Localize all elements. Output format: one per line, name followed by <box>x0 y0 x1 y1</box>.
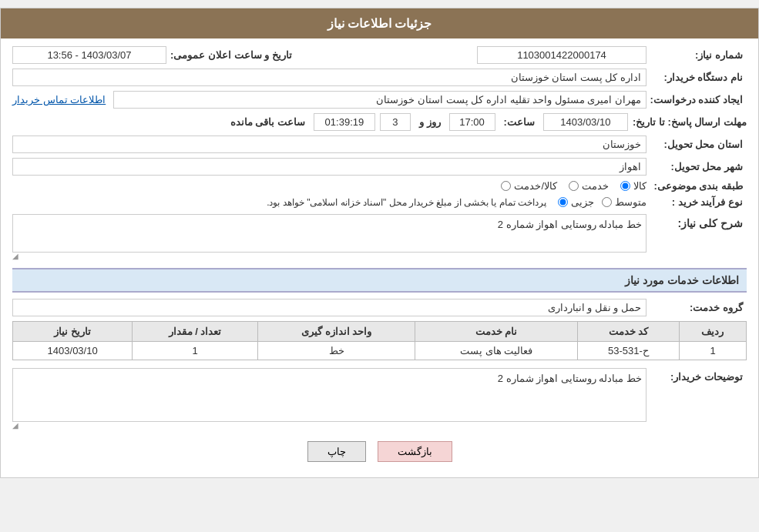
table-header-code: کد خدمت <box>577 322 679 342</box>
page-title: جزئیات اطلاعات نیاز <box>1 8 758 38</box>
deadline-days-label: روز و <box>419 116 441 128</box>
buyer-desc-value: خط مبادله روستایی اهواز شماره 2 <box>12 368 646 422</box>
deadline-time-label: ساعت: <box>504 116 535 128</box>
buyer-desc-label: توضیحات خریدار: <box>646 368 747 383</box>
category-options: کالا/خدمت خدمت کالا <box>501 180 646 192</box>
table-header-unit: واحد اندازه گیری <box>257 322 415 342</box>
table-header-date: تاریخ نیاز <box>13 322 133 342</box>
category-option-goods[interactable]: کالا <box>620 180 646 192</box>
need-number-value: 1103001422000174 <box>477 46 646 64</box>
deadline-label: مهلت ارسال پاسخ: تا تاریخ: <box>633 116 747 128</box>
deadline-days: 3 <box>380 113 411 131</box>
contact-link[interactable]: اطلاعات تماس خریدار <box>12 94 106 105</box>
buyer-resize-handle: ◢ <box>12 422 18 430</box>
purchase-option-medium[interactable]: جزیی <box>558 196 594 208</box>
date-announce-value: 1403/03/07 - 13:56 <box>12 46 166 64</box>
table-cell-unit: خط <box>257 342 415 360</box>
button-row: بازگشت چاپ <box>12 441 747 462</box>
org-name-value: اداره کل پست استان خوزستان <box>12 69 646 86</box>
category-goods-only-radio[interactable] <box>620 181 630 191</box>
province-label: استان محل تحویل: <box>646 139 747 150</box>
purchase-partial-label: متوسط <box>615 196 646 208</box>
purchase-note: پرداخت تمام یا بخشی از مبلغ خریدار محل "… <box>267 197 546 208</box>
category-service-radio[interactable] <box>501 181 511 191</box>
category-goods-service-label: خدمت <box>582 180 609 192</box>
category-option-goods-service[interactable]: خدمت <box>569 180 609 192</box>
creator-value: مهران امیری مسئول واحد تقلیه اداره کل پس… <box>113 91 646 109</box>
table-cell-row: 1 <box>679 342 746 360</box>
table-cell-qty: 1 <box>133 342 257 360</box>
date-announce-label: تاریخ و ساعت اعلان عمومی: <box>170 49 292 61</box>
table-row: 1 ح-531-53 فعالیت های پست خط 1 1403/03/1… <box>13 342 747 360</box>
table-cell-date: 1403/03/10 <box>13 342 133 360</box>
purchase-option-partial[interactable]: متوسط <box>602 196 646 208</box>
category-goods-radio[interactable] <box>569 181 579 191</box>
deadline-remaining: 01:39:19 <box>314 113 375 131</box>
category-label: طبقه بندی موضوعی: <box>646 180 747 192</box>
purchase-medium-label: جزیی <box>571 196 594 208</box>
purchase-partial-radio[interactable] <box>602 197 612 207</box>
need-desc-label: شرح کلی نیاز: <box>646 214 747 229</box>
city-label: شهر محل تحویل: <box>646 161 747 172</box>
org-name-label: نام دستگاه خریدار: <box>646 72 747 83</box>
need-number-label: شماره نیاز: <box>646 49 747 61</box>
service-group-value: حمل و نقل و انبارداری <box>12 299 646 316</box>
deadline-remaining-label: ساعت باقی مانده <box>230 116 305 128</box>
table-header-qty: تعداد / مقدار <box>133 322 257 342</box>
print-button[interactable]: چاپ <box>307 441 366 462</box>
deadline-time: 17:00 <box>449 113 495 131</box>
category-option-service[interactable]: کالا/خدمت <box>501 180 557 192</box>
table-cell-code: ح-531-53 <box>577 342 679 360</box>
purchase-label: نوع فرآیند خرید : <box>646 196 747 208</box>
services-section-title: اطلاعات خدمات مورد نیاز <box>12 268 747 293</box>
resize-handle: ◢ <box>12 253 18 260</box>
table-header-name: نام خدمت <box>415 322 577 342</box>
services-table: ردیف کد خدمت نام خدمت واحد اندازه گیری ت… <box>12 321 747 360</box>
purchase-medium-radio[interactable] <box>558 197 568 207</box>
category-service-label: کالا/خدمت <box>514 180 557 192</box>
service-group-label: گروه خدمت: <box>646 302 747 313</box>
back-button[interactable]: بازگشت <box>378 441 452 462</box>
deadline-date: 1403/03/10 <box>543 113 628 131</box>
category-goods-label: کالا <box>633 180 646 192</box>
creator-label: ایجاد کننده درخواست: <box>646 94 747 105</box>
province-value: خوزستان <box>12 136 646 153</box>
table-header-row: ردیف <box>679 322 746 342</box>
table-cell-name: فعالیت های پست <box>415 342 577 360</box>
city-value: اهواز <box>12 158 646 176</box>
need-desc-value: خط مبادله روستایی اهواز شماره 2 <box>12 214 646 253</box>
